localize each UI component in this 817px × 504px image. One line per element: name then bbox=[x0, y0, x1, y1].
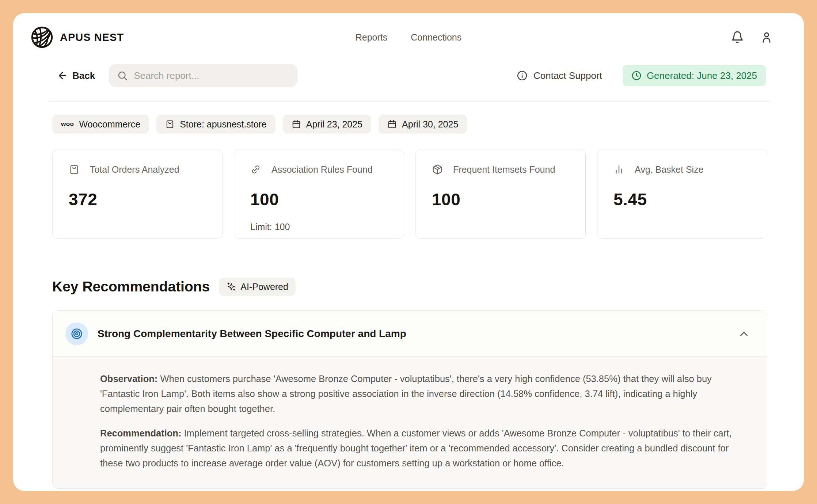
stat-label: Association Rules Found bbox=[271, 164, 373, 175]
stat-label: Avg. Basket Size bbox=[635, 164, 704, 175]
target-icon-badge bbox=[65, 322, 88, 345]
stat-label: Frequent Itemsets Found bbox=[453, 164, 555, 175]
recommendation-accordion-header[interactable]: Strong Complementarity Between Specific … bbox=[53, 311, 767, 356]
account-button[interactable] bbox=[760, 31, 773, 44]
stat-card-total-orders: Total Orders Analyzed 372 bbox=[52, 149, 223, 239]
recommendation-card: Strong Complementarity Between Specific … bbox=[52, 310, 767, 489]
woocommerce-icon: woo bbox=[61, 121, 74, 128]
target-icon bbox=[71, 328, 83, 340]
back-button[interactable]: Back bbox=[57, 70, 95, 81]
brand[interactable]: APUS NEST bbox=[31, 26, 124, 49]
report-toolbar: Back Contact Support Generated: June 23,… bbox=[13, 61, 804, 102]
notifications-button[interactable] bbox=[731, 31, 744, 44]
brand-name: APUS NEST bbox=[60, 31, 124, 43]
recommendation-paragraph: Recommendation: Implement targeted cross… bbox=[100, 426, 752, 471]
generated-label: Generated: June 23, 2025 bbox=[647, 70, 757, 81]
yarn-nest-logo-icon bbox=[31, 26, 53, 49]
info-icon bbox=[517, 70, 528, 81]
main-surface: APUS NEST Reports Connections bbox=[13, 13, 804, 491]
chip-date-from[interactable]: April 23, 2025 bbox=[283, 115, 371, 134]
stat-card-association-rules: Association Rules Found 100 Limit: 100 bbox=[234, 149, 404, 239]
app-header: APUS NEST Reports Connections bbox=[13, 13, 804, 61]
link-icon bbox=[250, 164, 261, 175]
recommendation-body: Observation: When customers purchase 'Aw… bbox=[53, 356, 767, 488]
main-nav: Reports Connections bbox=[356, 32, 462, 43]
generated-badge: Generated: June 23, 2025 bbox=[623, 65, 766, 86]
stat-card-frequent-itemsets: Frequent Itemsets Found 100 bbox=[415, 149, 586, 239]
back-label: Back bbox=[72, 70, 95, 81]
chip-woocommerce[interactable]: woo Woocommerce bbox=[52, 115, 149, 134]
chip-label: Woocommerce bbox=[79, 119, 141, 130]
recommendations-title: Key Recommendations bbox=[52, 279, 210, 295]
toolbar-right: Contact Support Generated: June 23, 2025 bbox=[517, 65, 766, 86]
stat-value: 100 bbox=[250, 190, 388, 209]
observation-label: Observation: bbox=[100, 374, 157, 384]
ai-powered-label: AI-Powered bbox=[240, 282, 288, 292]
nav-reports[interactable]: Reports bbox=[356, 32, 388, 43]
shopping-bag-icon bbox=[69, 164, 80, 175]
contact-support-button[interactable]: Contact Support bbox=[517, 70, 602, 81]
calendar-icon bbox=[387, 119, 397, 129]
search-box[interactable] bbox=[109, 64, 297, 87]
contact-support-label: Contact Support bbox=[533, 70, 602, 81]
stat-note: Limit: 100 bbox=[250, 222, 388, 232]
chip-label: April 23, 2025 bbox=[306, 119, 362, 130]
filter-chips: woo Woocommerce Store: apusnest.store Ap… bbox=[13, 102, 804, 134]
sparkles-icon bbox=[227, 282, 236, 291]
stat-card-avg-basket: Avg. Basket Size 5.45 bbox=[597, 149, 767, 239]
chip-label: April 30, 2025 bbox=[402, 119, 458, 130]
recommendation-label: Recommendation: bbox=[100, 428, 181, 438]
observation-paragraph: Observation: When customers purchase 'Aw… bbox=[100, 371, 752, 416]
search-icon bbox=[117, 70, 128, 81]
clock-icon bbox=[631, 70, 642, 81]
stat-label: Total Orders Analyzed bbox=[90, 164, 179, 175]
bell-icon bbox=[731, 31, 744, 44]
stat-value: 372 bbox=[69, 190, 206, 209]
recommendation-title: Strong Complementarity Between Specific … bbox=[98, 328, 406, 340]
observation-text: When customers purchase 'Awesome Bronze … bbox=[100, 374, 712, 414]
recommendation-text: Implement targeted cross-selling strateg… bbox=[100, 428, 732, 468]
chevron-up-icon[interactable] bbox=[738, 328, 750, 340]
stats-row: Total Orders Analyzed 372 Association Ru… bbox=[13, 134, 804, 239]
store-bag-icon bbox=[165, 119, 175, 129]
stat-value: 5.45 bbox=[613, 190, 751, 209]
recommendations-header: Key Recommendations AI-Powered bbox=[13, 239, 804, 296]
chip-label: Store: apusnest.store bbox=[180, 119, 267, 130]
ai-powered-badge: AI-Powered bbox=[219, 278, 296, 296]
header-actions bbox=[731, 31, 773, 44]
user-icon bbox=[760, 31, 773, 44]
stat-value: 100 bbox=[432, 190, 569, 209]
search-input[interactable] bbox=[134, 70, 289, 81]
bar-chart-icon bbox=[613, 164, 624, 175]
chip-store[interactable]: Store: apusnest.store bbox=[156, 115, 276, 134]
chip-date-to[interactable]: April 30, 2025 bbox=[379, 115, 467, 134]
package-icon bbox=[432, 164, 443, 175]
nav-connections[interactable]: Connections bbox=[411, 32, 461, 43]
calendar-icon bbox=[292, 119, 301, 129]
arrow-left-icon bbox=[57, 70, 68, 81]
